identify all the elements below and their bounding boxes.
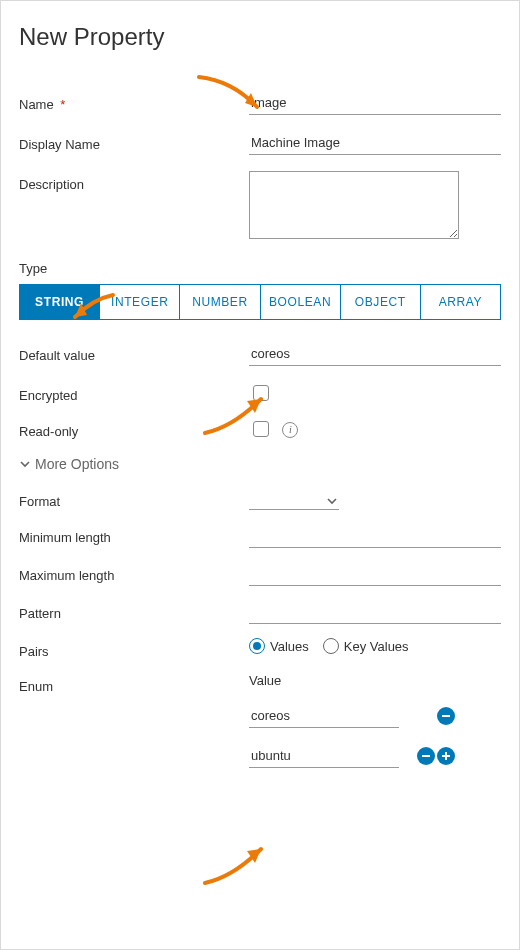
label-pattern: Pattern — [19, 600, 249, 621]
svg-rect-3 — [442, 755, 450, 757]
description-textarea[interactable] — [249, 171, 459, 239]
row-default-value: Default value — [19, 342, 501, 366]
row-pairs: Pairs Values Key Values — [19, 638, 501, 659]
label-enum: Enum — [19, 673, 249, 694]
tab-array[interactable]: ARRAY — [421, 284, 501, 320]
row-pattern: Pattern — [19, 600, 501, 624]
radio-key-values-label: Key Values — [344, 639, 409, 654]
svg-marker-7 — [247, 849, 261, 863]
default-value-input[interactable] — [249, 342, 501, 366]
svg-rect-1 — [422, 755, 430, 757]
tab-boolean[interactable]: BOOLEAN — [261, 284, 341, 320]
label-default-value: Default value — [19, 342, 249, 363]
add-enum-button[interactable] — [437, 747, 455, 765]
label-encrypted: Encrypted — [19, 382, 249, 403]
label-readonly: Read-only — [19, 418, 249, 439]
tab-number[interactable]: NUMBER — [180, 284, 260, 320]
label-max-length: Maximum length — [19, 562, 249, 583]
label-description: Description — [19, 171, 249, 192]
label-display-name: Display Name — [19, 131, 249, 152]
more-options-toggle[interactable]: More Options — [15, 454, 501, 474]
required-indicator: * — [60, 97, 65, 112]
row-max-length: Maximum length — [19, 562, 501, 586]
enum-value-input-1[interactable] — [249, 744, 399, 768]
label-pairs: Pairs — [19, 638, 249, 659]
enum-item-0 — [249, 704, 469, 728]
remove-enum-button[interactable] — [437, 707, 455, 725]
format-select[interactable] — [249, 488, 339, 510]
svg-rect-0 — [442, 715, 450, 717]
row-format: Format — [19, 488, 501, 510]
label-format: Format — [19, 488, 249, 509]
radio-values-wrap[interactable]: Values — [249, 638, 309, 654]
enum-column: Value — [249, 673, 501, 784]
display-name-input[interactable] — [249, 131, 501, 155]
type-tabs: STRING INTEGER NUMBER BOOLEAN OBJECT ARR… — [19, 284, 501, 320]
radio-key-values[interactable] — [323, 638, 339, 654]
radio-values[interactable] — [249, 638, 265, 654]
label-min-length: Minimum length — [19, 524, 249, 545]
enum-value-header: Value — [249, 673, 501, 688]
radio-values-label: Values — [270, 639, 309, 654]
encrypted-checkbox[interactable] — [253, 385, 269, 401]
readonly-checkbox[interactable] — [253, 421, 269, 437]
tab-integer[interactable]: INTEGER — [100, 284, 180, 320]
name-input[interactable] — [249, 91, 501, 115]
caret-down-icon — [327, 492, 337, 502]
pattern-input[interactable] — [249, 600, 501, 624]
tab-string[interactable]: STRING — [19, 284, 100, 320]
row-min-length: Minimum length — [19, 524, 501, 548]
label-name: Name * — [19, 91, 249, 112]
arrow-annotation-icon — [199, 839, 279, 893]
row-readonly: Read-only i — [19, 418, 501, 440]
label-type: Type — [19, 261, 501, 276]
more-options-label: More Options — [35, 456, 119, 472]
radio-key-values-wrap[interactable]: Key Values — [323, 638, 409, 654]
pairs-radio-group: Values Key Values — [249, 638, 501, 654]
row-name: Name * — [19, 91, 501, 115]
chevron-down-icon — [15, 454, 35, 474]
min-length-input[interactable] — [249, 524, 501, 548]
info-icon[interactable]: i — [282, 422, 298, 438]
row-encrypted: Encrypted — [19, 382, 501, 404]
enum-value-input-0[interactable] — [249, 704, 399, 728]
label-name-text: Name — [19, 97, 54, 112]
row-enum: Enum Value — [19, 673, 501, 784]
new-property-panel: New Property Name * Display Name Descrip… — [0, 0, 520, 950]
tab-object[interactable]: OBJECT — [341, 284, 421, 320]
page-title: New Property — [19, 23, 501, 51]
remove-enum-button[interactable] — [417, 747, 435, 765]
max-length-input[interactable] — [249, 562, 501, 586]
row-display-name: Display Name — [19, 131, 501, 155]
enum-item-1 — [249, 744, 469, 768]
row-description: Description — [19, 171, 501, 243]
